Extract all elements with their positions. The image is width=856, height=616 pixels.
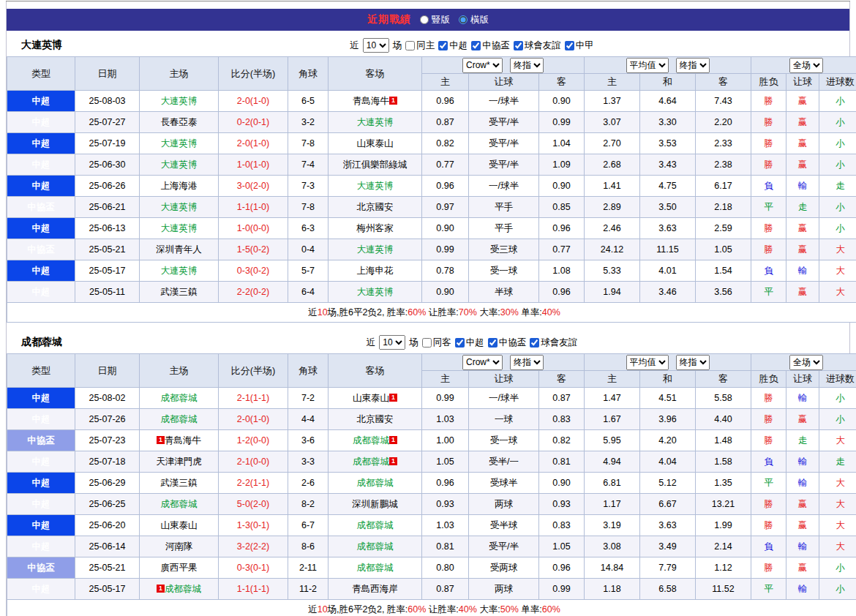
league-2-filter[interactable]: 球會友誼	[514, 40, 561, 52]
league-0-checkbox[interactable]	[455, 338, 465, 348]
league-2-checkbox[interactable]	[514, 41, 523, 50]
bookmaker-select[interactable]: Crow*	[462, 58, 503, 73]
team-name[interactable]: 成都蓉城	[161, 393, 198, 403]
team-name[interactable]: 大連英博	[161, 138, 198, 149]
summary-segment: 10	[318, 307, 328, 318]
odds-away-cell: 0.96	[539, 282, 585, 303]
result-outcome-cell: 勝	[751, 557, 786, 579]
match-row: 中超25-06-29武漢三鎮2-2(1-1)2-6成都蓉城0.96受球半0.90…	[7, 473, 856, 494]
team-name[interactable]: 武漢三鎮	[161, 478, 198, 488]
league-2-checkbox[interactable]	[530, 338, 539, 348]
average-select[interactable]: 平均值	[626, 58, 669, 73]
team-name[interactable]: 北京國安	[357, 414, 394, 424]
team-name[interactable]: 成都蓉城	[357, 478, 394, 488]
layout-radio-0[interactable]	[420, 15, 429, 24]
team-name[interactable]: 梅州客家	[357, 223, 394, 233]
team-name[interactable]: 廣西平果	[161, 563, 198, 573]
layout-option-horizontal[interactable]: 橫版	[459, 14, 489, 26]
team-name[interactable]: 浙江俱樂部綠城	[343, 159, 408, 170]
average-stage-select[interactable]: 终指	[676, 355, 710, 370]
team-name[interactable]: 大連英博	[357, 287, 394, 297]
same-venue-filter[interactable]: 同主	[405, 40, 435, 52]
odds-home-cell: 0.96	[422, 176, 469, 197]
team-name[interactable]: 河南隊	[165, 541, 193, 552]
result-outcome-cell: 負	[751, 536, 786, 557]
score-cell: 2-1(1-1)	[219, 388, 288, 409]
league-0-checkbox[interactable]	[438, 41, 448, 50]
team-name[interactable]: 成都蓉城	[357, 541, 394, 552]
odds-home-cell: 1.03	[422, 409, 469, 430]
average-stage-select[interactable]: 终指	[676, 58, 710, 73]
league-0-filter[interactable]: 中超	[455, 337, 484, 349]
league-1-filter[interactable]: 中協盃	[488, 337, 527, 349]
team-name[interactable]: 大連英博	[161, 266, 198, 276]
league-1-checkbox[interactable]	[471, 41, 481, 50]
result-text: 赢	[798, 499, 808, 509]
result-text: 小	[836, 393, 845, 403]
league-cell: 中超	[7, 451, 75, 473]
team-name[interactable]: 大連英博	[161, 223, 198, 233]
league-cell: 中超	[7, 515, 75, 536]
date-cell: 25-06-21	[75, 197, 140, 218]
team-name[interactable]: 大連英博	[357, 117, 394, 127]
league-1-checkbox[interactable]	[488, 338, 498, 348]
team-name[interactable]: 長春亞泰	[161, 117, 198, 127]
recent-count-select[interactable]: 10	[363, 38, 389, 53]
scope-select[interactable]: 全场	[789, 58, 823, 73]
avg-draw-cell: 3.63	[640, 515, 696, 536]
team-name[interactable]: 青島西海岸	[352, 584, 398, 594]
result-handicap-cell: 赢	[786, 494, 819, 515]
average-select[interactable]: 平均值	[626, 355, 669, 370]
bookmaker-select[interactable]: Crow*	[462, 355, 503, 370]
result-outcome-cell: 勝	[751, 409, 786, 430]
league-1-filter[interactable]: 中協盃	[471, 40, 510, 52]
team-name[interactable]: 山東泰山	[353, 393, 389, 403]
result-text: 勝	[764, 520, 773, 530]
matches-body-1: 中超25-08-02成都蓉城2-1(1-1)7-2山東泰山10.99一/球半0.…	[7, 388, 856, 600]
team-name[interactable]: 上海申花	[357, 266, 394, 276]
team-name[interactable]: 北京國安	[357, 202, 394, 212]
league-2-filter[interactable]: 球會友誼	[530, 337, 577, 349]
team-name[interactable]: 成都蓉城	[161, 499, 198, 509]
result-text: 赢	[798, 563, 808, 573]
team-name[interactable]: 山東泰山	[161, 520, 198, 530]
league-3-checkbox[interactable]	[565, 41, 574, 50]
team-name[interactable]: 大連英博	[357, 181, 394, 191]
team-name[interactable]: 成都蓉城	[357, 563, 394, 573]
team-name[interactable]: 成都蓉城	[161, 414, 198, 424]
focus-team-cell: 成都蓉城	[140, 388, 219, 409]
same-venue-checkbox[interactable]	[405, 41, 415, 50]
team-name[interactable]: 武漢三鎮	[161, 287, 198, 297]
team-name[interactable]: 成都蓉城	[353, 435, 389, 446]
team-name[interactable]: 成都蓉城	[353, 457, 389, 467]
layout-radio-1[interactable]	[459, 15, 468, 24]
team-name[interactable]: 深圳新鵬城	[352, 499, 398, 509]
team-name[interactable]: 山東泰山	[357, 138, 394, 149]
layout-option-vertical[interactable]: 豎版	[420, 14, 450, 26]
match-row: 中超25-08-03大連英博2-0(1-0)6-5青島海牛10.96一/球半0.…	[7, 91, 856, 112]
result-text: 平	[764, 202, 773, 212]
team-name[interactable]: 上海海港	[161, 181, 198, 191]
recent-count-select[interactable]: 10	[379, 335, 405, 350]
odds-away-cell: 0.81	[539, 451, 585, 473]
team-name[interactable]: 成都蓉城	[357, 520, 394, 530]
league-0-filter[interactable]: 中超	[438, 40, 468, 52]
team-name[interactable]: 青島海牛	[353, 96, 389, 106]
team-name[interactable]: 深圳青年人	[156, 244, 202, 255]
team-cell: 北京國安	[328, 409, 422, 430]
team-name[interactable]: 青島海牛	[165, 435, 201, 446]
same-venue-filter[interactable]: 同客	[422, 337, 451, 349]
handicap-stage-select[interactable]: 终指	[510, 355, 544, 370]
focus-team-cell: 大連英博	[328, 112, 422, 133]
same-venue-checkbox[interactable]	[422, 338, 432, 348]
team-name[interactable]: 大連英博	[161, 96, 198, 106]
team-name[interactable]: 大連英博	[161, 159, 198, 170]
league-3-filter[interactable]: 中甲	[565, 40, 594, 52]
team-name[interactable]: 成都蓉城	[165, 584, 201, 594]
team-name[interactable]: 大連英博	[357, 244, 394, 255]
scope-select[interactable]: 全场	[789, 355, 823, 370]
team-name[interactable]: 大連英博	[161, 202, 198, 212]
sub-col-handicap: 让球	[469, 74, 539, 91]
handicap-stage-select[interactable]: 终指	[510, 58, 544, 73]
team-name[interactable]: 天津津門虎	[156, 457, 202, 467]
